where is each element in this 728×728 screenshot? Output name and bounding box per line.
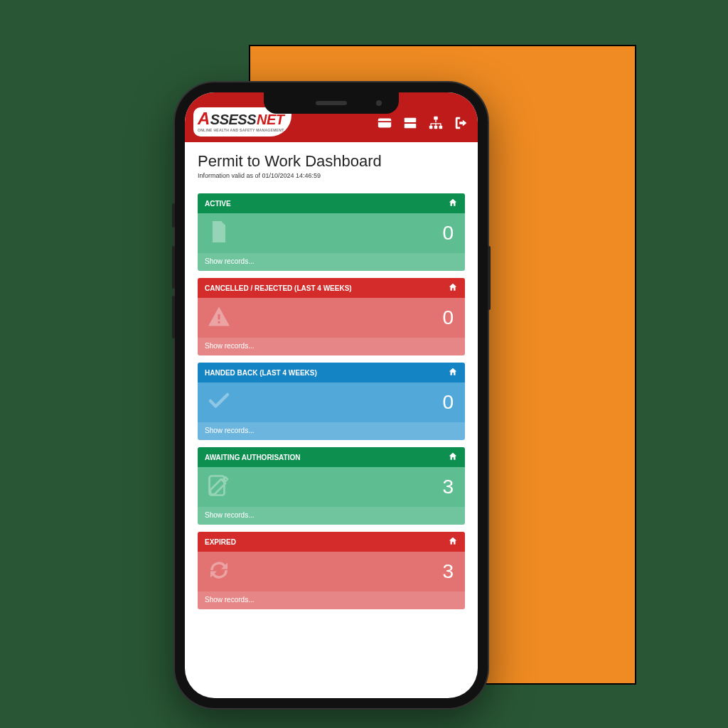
card-label: CANCELLED / REJECTED (LAST 4 WEEKS) <box>205 284 352 292</box>
logo-subtitle: ONLINE HEALTH AND SAFETY MANAGEMENT <box>198 129 284 132</box>
edit-icon <box>206 473 232 501</box>
svg-rect-9 <box>218 321 220 323</box>
show-records-link[interactable]: Show records... <box>198 422 465 440</box>
page-subtitle: Information valid as of 01/10/2024 14:46… <box>198 172 465 179</box>
list-icon[interactable] <box>402 115 418 134</box>
show-records-link[interactable]: Show records... <box>198 507 465 525</box>
card-awaiting-authorisation[interactable]: AWAITING AUTHORISATION 3 Show records... <box>198 447 465 525</box>
show-records-link[interactable]: Show records... <box>198 592 465 609</box>
show-records-link[interactable]: Show records... <box>198 338 465 355</box>
phone-screen: ASSESSNET ONLINE HEALTH AND SAFETY MANAG… <box>185 92 478 698</box>
svg-rect-8 <box>218 314 220 320</box>
card-icon[interactable] <box>377 115 392 134</box>
home-icon[interactable] <box>448 451 458 463</box>
check-icon <box>206 388 232 417</box>
svg-rect-1 <box>378 121 391 122</box>
svg-rect-6 <box>434 126 438 129</box>
dashboard-cards: ACTIVE 0 Show records... CANCELLED / REJ… <box>198 193 465 609</box>
card-count: 3 <box>442 476 454 498</box>
card-label: EXPIRED <box>205 538 236 546</box>
card-handed-back[interactable]: HANDED BACK (LAST 4 WEEKS) 0 Show record… <box>198 363 465 440</box>
home-icon[interactable] <box>448 367 458 378</box>
card-label: ACTIVE <box>205 200 231 208</box>
logout-icon[interactable] <box>454 115 469 134</box>
svg-rect-3 <box>405 124 417 128</box>
home-icon[interactable] <box>448 536 458 547</box>
sitemap-icon[interactable] <box>428 115 444 134</box>
svg-rect-0 <box>378 119 391 128</box>
warning-icon <box>206 304 232 332</box>
card-label: AWAITING AUTHORISATION <box>205 454 300 461</box>
card-active[interactable]: ACTIVE 0 Show records... <box>198 193 465 271</box>
show-records-link[interactable]: Show records... <box>198 253 465 271</box>
svg-rect-2 <box>405 118 417 122</box>
svg-rect-7 <box>439 126 443 129</box>
home-icon[interactable] <box>448 198 458 209</box>
home-icon[interactable] <box>448 282 458 294</box>
card-count: 0 <box>442 222 454 245</box>
card-label: HANDED BACK (LAST 4 WEEKS) <box>205 369 317 377</box>
file-icon <box>206 219 232 247</box>
card-cancelled[interactable]: CANCELLED / REJECTED (LAST 4 WEEKS) 0 Sh… <box>198 278 465 355</box>
svg-rect-4 <box>434 117 438 120</box>
phone-notch <box>264 92 399 114</box>
card-count: 3 <box>442 560 454 583</box>
refresh-icon <box>206 557 232 586</box>
svg-rect-5 <box>429 126 433 129</box>
phone-frame: ASSESSNET ONLINE HEALTH AND SAFETY MANAG… <box>175 82 488 708</box>
card-expired[interactable]: EXPIRED 3 Show records... <box>198 532 465 609</box>
card-count: 0 <box>442 306 454 329</box>
card-count: 0 <box>442 391 454 414</box>
page-title: Permit to Work Dashboard <box>198 152 465 171</box>
